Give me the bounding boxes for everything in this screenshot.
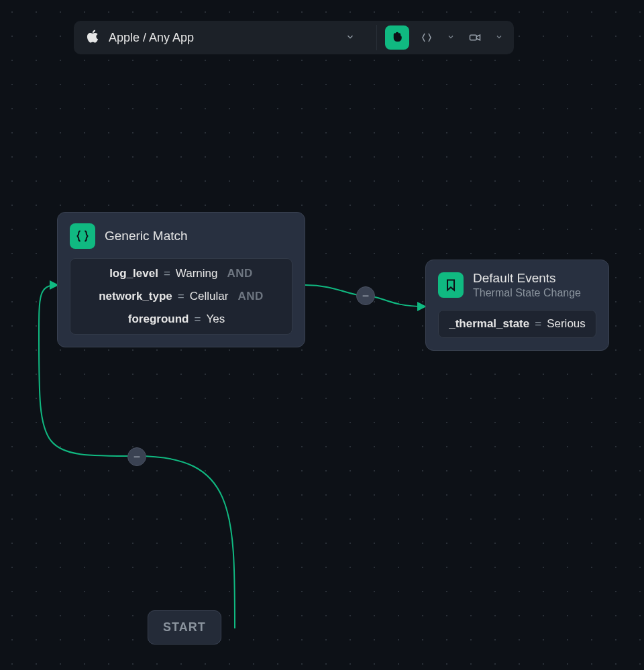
pan-tool-button[interactable] xyxy=(385,25,409,50)
node-header: Default Events Thermal State Change xyxy=(438,271,596,299)
condition-row: network_type = Cellular AND xyxy=(81,290,281,303)
toolbar-tools xyxy=(377,25,514,50)
node-default-events[interactable]: Default Events Thermal State Change _the… xyxy=(425,260,609,351)
condition-row: foreground = Yes xyxy=(81,313,281,326)
code-tool-button[interactable] xyxy=(415,25,439,50)
chevron-down-icon xyxy=(345,32,364,44)
node-header: Generic Match xyxy=(70,223,292,249)
video-tool-button[interactable] xyxy=(463,25,487,50)
condition-row: _thermal_state = Serious xyxy=(438,310,596,338)
bookmark-icon xyxy=(438,272,464,298)
apple-icon xyxy=(86,29,99,46)
node-generic-match[interactable]: Generic Match log_level = Warning AND ne… xyxy=(57,212,305,347)
condition-row: log_level = Warning AND xyxy=(81,267,281,280)
start-label: START xyxy=(163,620,206,634)
video-tool-chevron[interactable] xyxy=(492,33,506,43)
edge-collapse-button[interactable]: − xyxy=(127,447,146,466)
app-selector[interactable]: Apple / Any App xyxy=(74,21,376,54)
edge-collapse-button[interactable]: − xyxy=(356,286,375,305)
code-tool-chevron[interactable] xyxy=(444,33,458,43)
node-subtitle: Thermal State Change xyxy=(473,287,581,299)
braces-icon xyxy=(70,223,95,249)
node-header-text: Default Events Thermal State Change xyxy=(473,271,581,299)
node-title: Default Events xyxy=(473,271,581,286)
toolbar: Apple / Any App xyxy=(74,21,514,54)
svg-rect-0 xyxy=(470,35,477,40)
node-title: Generic Match xyxy=(105,229,188,243)
app-selector-label: Apple / Any App xyxy=(109,31,194,45)
conditions-box: log_level = Warning AND network_type = C… xyxy=(70,258,292,335)
start-node[interactable]: START xyxy=(148,610,221,645)
